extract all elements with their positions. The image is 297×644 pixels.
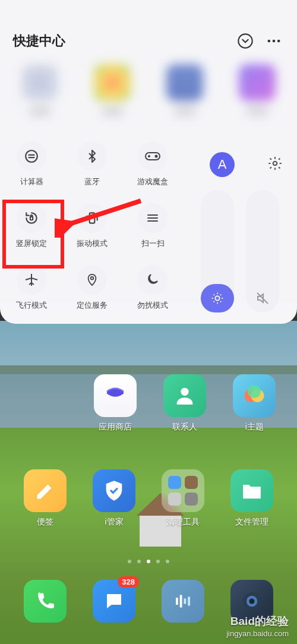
svg-point-12 bbox=[268, 40, 271, 43]
app-cleanup-folder[interactable]: 清理工具 bbox=[150, 469, 216, 528]
app-notes[interactable]: 便签 bbox=[12, 469, 78, 528]
toggle-scan[interactable]: 扫一扫 bbox=[124, 201, 182, 263]
app-label: 联系人 bbox=[172, 422, 197, 433]
app-label: 便签 bbox=[37, 517, 53, 528]
toggle-location[interactable]: 定位服务 bbox=[63, 263, 121, 324]
quick-settings-panel: 快捷中心 计算器 蓝牙 游戏魔盒 竖屏锁定 振动模式 扫一扫 飞行模式 定位服务… bbox=[0, 0, 297, 324]
dock-messages[interactable]: 328 bbox=[81, 580, 147, 623]
settings-icon[interactable] bbox=[267, 156, 283, 173]
brightness-slider[interactable] bbox=[201, 190, 234, 312]
badge: 328 bbox=[118, 576, 139, 588]
svg-point-3 bbox=[248, 385, 261, 398]
toggle-vibrate[interactable]: 振动模式 bbox=[63, 201, 121, 263]
svg-rect-23 bbox=[90, 213, 95, 223]
mute-icon bbox=[246, 291, 279, 305]
dock-recorder[interactable] bbox=[150, 580, 216, 623]
page-indicator bbox=[0, 560, 297, 563]
app-theme[interactable]: i主题 bbox=[223, 374, 286, 433]
toggle-dnd[interactable]: 勿扰模式 bbox=[124, 263, 182, 324]
app-label: 清理工具 bbox=[166, 517, 200, 528]
toggle-bluetooth[interactable]: 蓝牙 bbox=[63, 139, 121, 201]
svg-rect-6 bbox=[184, 599, 187, 604]
svg-point-14 bbox=[277, 40, 280, 43]
app-label: 文件管理 bbox=[235, 517, 268, 528]
app-imanager[interactable]: i管家 bbox=[81, 469, 147, 528]
panel-title: 快捷中心 bbox=[13, 32, 227, 50]
svg-point-27 bbox=[273, 162, 277, 166]
recent-apps-blurred bbox=[0, 56, 297, 139]
svg-point-26 bbox=[91, 277, 94, 280]
svg-rect-7 bbox=[188, 597, 190, 606]
svg-point-13 bbox=[273, 40, 276, 43]
toggle-gamebox[interactable]: 游戏魔盒 bbox=[124, 139, 182, 201]
watermark: Baid的经验 jingyan.baidu.com bbox=[226, 614, 289, 639]
volume-slider[interactable] bbox=[246, 190, 279, 312]
svg-point-28 bbox=[215, 296, 219, 300]
toggle-rotation-lock[interactable]: 竖屏锁定 bbox=[2, 201, 61, 263]
svg-point-11 bbox=[238, 34, 252, 48]
svg-rect-4 bbox=[176, 598, 178, 605]
app-contacts[interactable]: 联系人 bbox=[153, 374, 216, 433]
app-label: i主题 bbox=[245, 422, 264, 433]
app-store[interactable]: 应用商店 bbox=[83, 374, 147, 433]
dock-phone[interactable] bbox=[12, 580, 78, 623]
more-icon[interactable] bbox=[264, 31, 284, 51]
app-label: 应用商店 bbox=[99, 422, 132, 433]
svg-rect-5 bbox=[180, 595, 182, 608]
app-files[interactable]: 文件管理 bbox=[219, 469, 285, 528]
toggle-airplane[interactable]: 飞行模式 bbox=[2, 263, 61, 324]
svg-rect-22 bbox=[30, 217, 33, 220]
svg-point-15 bbox=[26, 150, 37, 162]
font-size-chip[interactable]: A bbox=[210, 152, 235, 177]
svg-point-21 bbox=[156, 156, 157, 157]
svg-point-0 bbox=[181, 388, 188, 396]
svg-point-10 bbox=[249, 598, 254, 604]
toggle-calculator[interactable]: 计算器 bbox=[2, 139, 61, 201]
collapse-icon[interactable] bbox=[235, 31, 255, 51]
app-label: i管家 bbox=[105, 517, 123, 528]
